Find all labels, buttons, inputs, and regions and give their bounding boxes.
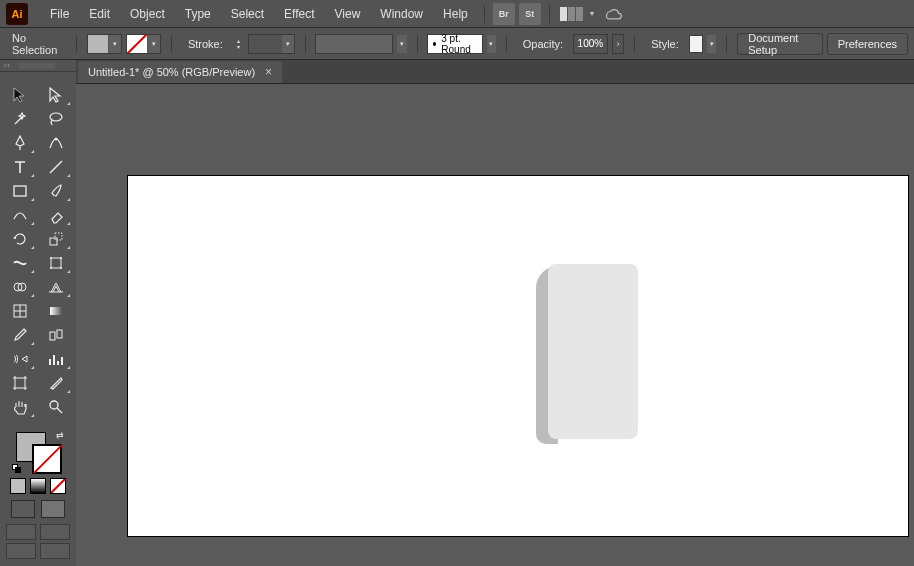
selection-tool[interactable] bbox=[5, 84, 35, 106]
artboard-tool[interactable] bbox=[5, 372, 35, 394]
divider bbox=[726, 35, 727, 53]
artboard[interactable] bbox=[128, 176, 908, 536]
perspective-grid-tool[interactable] bbox=[41, 276, 71, 298]
svg-rect-13 bbox=[50, 307, 62, 315]
menu-view[interactable]: View bbox=[325, 3, 371, 25]
free-transform-tool[interactable] bbox=[41, 252, 71, 274]
stroke-weight-field[interactable]: ▾ bbox=[248, 34, 295, 54]
paintbrush-tool[interactable] bbox=[41, 180, 71, 202]
canvas-area[interactable] bbox=[76, 84, 914, 566]
stroke-label[interactable]: Stroke: bbox=[182, 36, 229, 52]
graphic-style-swatch[interactable] bbox=[689, 35, 703, 53]
svg-rect-3 bbox=[50, 238, 57, 245]
arrange-documents-icon[interactable] bbox=[560, 7, 583, 21]
divider bbox=[506, 35, 507, 53]
chevron-down-icon[interactable]: ▾ bbox=[148, 35, 160, 53]
divider bbox=[171, 35, 172, 53]
lasso-tool[interactable] bbox=[41, 108, 71, 130]
draw-behind-icon[interactable] bbox=[41, 500, 65, 518]
mesh-tool[interactable] bbox=[5, 300, 35, 322]
tool-panel-header[interactable]: ‹‹ bbox=[0, 60, 76, 72]
screen-mode-cell[interactable] bbox=[6, 524, 36, 540]
hand-tool[interactable] bbox=[5, 396, 35, 418]
type-tool[interactable] bbox=[5, 156, 35, 178]
stroke-proxy-icon[interactable] bbox=[32, 444, 62, 474]
svg-point-6 bbox=[50, 257, 52, 259]
shaper-tool[interactable] bbox=[5, 204, 35, 226]
chevron-down-icon[interactable]: ▾ bbox=[707, 35, 716, 53]
magic-wand-tool[interactable] bbox=[5, 108, 35, 130]
opacity-field[interactable]: 100% bbox=[573, 34, 608, 54]
brush-definition[interactable]: 3 pt. Round bbox=[427, 34, 482, 54]
pen-tool[interactable] bbox=[5, 132, 35, 154]
gpu-sync-icon[interactable] bbox=[603, 6, 625, 22]
symbol-sprayer-tool[interactable] bbox=[5, 348, 35, 370]
svg-point-8 bbox=[50, 267, 52, 269]
divider bbox=[634, 35, 635, 53]
rectangle-tool[interactable] bbox=[5, 180, 35, 202]
screen-mode-cell[interactable] bbox=[40, 524, 70, 540]
direct-selection-tool[interactable] bbox=[41, 84, 71, 106]
default-fill-stroke-icon[interactable] bbox=[12, 464, 22, 474]
close-tab-icon[interactable]: × bbox=[265, 65, 272, 79]
opacity-label[interactable]: Opacity: bbox=[517, 36, 569, 52]
chevron-down-icon[interactable]: ▾ bbox=[487, 35, 496, 53]
stroke-swatch[interactable]: ▾ bbox=[126, 34, 161, 54]
menu-help[interactable]: Help bbox=[433, 3, 478, 25]
bridge-button[interactable]: Br bbox=[493, 3, 515, 25]
chevron-down-icon[interactable]: ▾ bbox=[397, 35, 406, 53]
no-stroke-icon bbox=[127, 35, 147, 53]
svg-point-1 bbox=[55, 138, 58, 141]
menu-edit[interactable]: Edit bbox=[79, 3, 120, 25]
svg-rect-14 bbox=[50, 332, 55, 340]
variable-width-profile[interactable] bbox=[315, 34, 393, 54]
tools-panel: ⇄ bbox=[0, 72, 76, 566]
document-setup-button[interactable]: Document Setup bbox=[737, 33, 822, 55]
swap-fill-stroke-icon[interactable]: ⇄ bbox=[56, 430, 64, 440]
zoom-tool[interactable] bbox=[41, 396, 71, 418]
fill-stroke-proxy[interactable]: ⇄ bbox=[12, 430, 64, 474]
width-tool[interactable] bbox=[5, 252, 35, 274]
shape-builder-tool[interactable] bbox=[5, 276, 35, 298]
blend-tool[interactable] bbox=[41, 324, 71, 346]
brush-dot-icon bbox=[433, 42, 436, 46]
stock-button[interactable]: St bbox=[519, 3, 541, 25]
document-tab[interactable]: Untitled-1* @ 50% (RGB/Preview) × bbox=[78, 61, 282, 83]
menu-window[interactable]: Window bbox=[370, 3, 433, 25]
curvature-tool[interactable] bbox=[41, 132, 71, 154]
draw-mode-row bbox=[11, 500, 65, 518]
eraser-tool[interactable] bbox=[41, 204, 71, 226]
fill-swatch[interactable]: ▾ bbox=[87, 34, 122, 54]
menu-type[interactable]: Type bbox=[175, 3, 221, 25]
menu-effect[interactable]: Effect bbox=[274, 3, 324, 25]
style-label[interactable]: Style: bbox=[645, 36, 685, 52]
draw-normal-icon[interactable] bbox=[11, 500, 35, 518]
color-mode-gradient[interactable] bbox=[30, 478, 46, 494]
eyedropper-tool[interactable] bbox=[5, 324, 35, 346]
screen-mode-cell[interactable] bbox=[6, 543, 36, 559]
divider bbox=[549, 5, 550, 23]
column-graph-tool[interactable] bbox=[41, 348, 71, 370]
stroke-weight-stepper[interactable]: ▴▾ bbox=[233, 34, 244, 54]
chevron-down-icon[interactable]: ▾ bbox=[590, 9, 594, 18]
opacity-flyout[interactable]: › bbox=[612, 34, 625, 54]
gradient-tool[interactable] bbox=[41, 300, 71, 322]
svg-rect-4 bbox=[55, 233, 62, 240]
color-mode-none[interactable] bbox=[50, 478, 66, 494]
scale-tool[interactable] bbox=[41, 228, 71, 250]
document-tab-strip: Untitled-1* @ 50% (RGB/Preview) × bbox=[0, 60, 914, 84]
menu-file[interactable]: File bbox=[40, 3, 79, 25]
brush-preset-label: 3 pt. Round bbox=[441, 33, 479, 55]
divider bbox=[76, 35, 77, 53]
rotate-tool[interactable] bbox=[5, 228, 35, 250]
color-mode-solid[interactable] bbox=[10, 478, 26, 494]
artwork-shape[interactable] bbox=[548, 264, 638, 439]
slice-tool[interactable] bbox=[41, 372, 71, 394]
menu-object[interactable]: Object bbox=[120, 3, 175, 25]
menu-select[interactable]: Select bbox=[221, 3, 274, 25]
chevron-down-icon[interactable]: ▾ bbox=[109, 35, 121, 53]
line-segment-tool[interactable] bbox=[41, 156, 71, 178]
preferences-button[interactable]: Preferences bbox=[827, 33, 908, 55]
svg-rect-16 bbox=[15, 378, 25, 388]
screen-mode-cell[interactable] bbox=[40, 543, 70, 559]
